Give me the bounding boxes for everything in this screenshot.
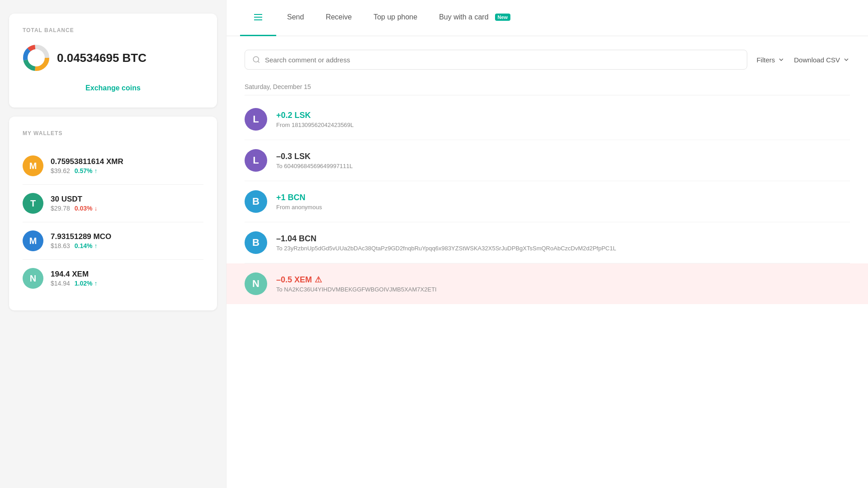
left-panel: TOTAL BALANCE 0.04534695 BTC Exchange co… xyxy=(0,0,226,488)
chevron-down-icon xyxy=(843,56,850,63)
wallet-usd-row: $39.62 0.57% ↑ xyxy=(51,167,203,174)
buy-badge: New xyxy=(495,14,511,21)
search-icon xyxy=(252,56,260,64)
tx-info: +0.2 LSK From 181309562042423569L xyxy=(276,111,850,128)
date-separator: Saturday, December 15 xyxy=(245,83,850,95)
wallet-usd: $29.78 xyxy=(51,205,70,212)
wallet-usd: $39.62 xyxy=(51,167,70,174)
wallet-item[interactable]: M 0.75953811614 XMR $39.62 0.57% ↑ xyxy=(23,147,203,185)
tx-coin-icon: L xyxy=(245,108,267,131)
tx-coin-icon: B xyxy=(245,231,267,254)
wallet-amount: 30 USDT xyxy=(51,195,203,204)
tabs-bar: Send Receive Top up phone Buy with a car… xyxy=(226,0,868,36)
search-input[interactable] xyxy=(265,56,740,64)
wallet-info: 30 USDT $29.78 0.03% ↓ xyxy=(51,195,203,212)
wallet-icon: M xyxy=(23,155,43,176)
wallet-info: 0.75953811614 XMR $39.62 0.57% ↑ xyxy=(51,157,203,174)
filters-button[interactable]: Filters xyxy=(756,56,785,64)
right-panel: Send Receive Top up phone Buy with a car… xyxy=(226,0,868,488)
transaction-item[interactable]: B +1 BCN From anonymous xyxy=(245,181,850,222)
wallet-icon: M xyxy=(23,230,43,251)
transaction-list: L +0.2 LSK From 181309562042423569L L –0… xyxy=(245,99,850,304)
tx-address: From anonymous xyxy=(276,204,850,211)
exchange-coins-button[interactable]: Exchange coins xyxy=(23,82,203,94)
tx-address: To 23yRzbnUp5dGd5vUUa2bDAc38QtaPz9GD2fnq… xyxy=(276,245,850,252)
wallet-icon: T xyxy=(23,193,43,214)
wallet-usd: $18.63 xyxy=(51,242,70,249)
tx-coin-icon: N xyxy=(245,272,267,295)
balance-row: 0.04534695 BTC xyxy=(23,44,203,71)
wallet-usd: $14.94 xyxy=(51,280,70,287)
wallet-usd-row: $29.78 0.03% ↓ xyxy=(51,205,203,212)
tx-info: +1 BCN From anonymous xyxy=(276,193,850,211)
balance-amount: 0.04534695 BTC xyxy=(57,51,146,65)
tab-history[interactable] xyxy=(240,0,276,36)
total-balance-title: TOTAL BALANCE xyxy=(23,27,203,33)
chevron-down-icon xyxy=(778,56,785,63)
svg-line-9 xyxy=(258,61,259,62)
download-csv-button[interactable]: Download CSV xyxy=(794,56,850,64)
wallet-change: 0.14% ↑ xyxy=(75,242,98,249)
my-wallets-title: MY WALLETS xyxy=(23,130,203,136)
svg-point-8 xyxy=(253,56,259,62)
tab-receive[interactable]: Receive xyxy=(315,0,363,36)
wallet-item[interactable]: M 7.93151289 MCO $18.63 0.14% ↑ xyxy=(23,222,203,260)
wallet-amount: 0.75953811614 XMR xyxy=(51,157,203,166)
transaction-item[interactable]: N –0.5 XEM⚠ To NA2KC36U4YIHDVMBEKGGFWBGO… xyxy=(226,263,868,304)
wallet-change: 1.02% ↑ xyxy=(75,280,98,287)
search-box xyxy=(245,50,747,70)
wallet-change: 0.03% ↓ xyxy=(75,205,98,212)
tx-coin-icon: B xyxy=(245,190,267,213)
transaction-item[interactable]: L –0.3 LSK To 60409684569649997111L xyxy=(245,140,850,181)
wallet-usd-row: $18.63 0.14% ↑ xyxy=(51,242,203,249)
transaction-item[interactable]: L +0.2 LSK From 181309562042423569L xyxy=(245,99,850,140)
tx-amount: –0.5 XEM⚠ xyxy=(276,275,850,285)
tx-coin-icon: L xyxy=(245,149,267,172)
wallet-icon: N xyxy=(23,268,43,289)
my-wallets-card: MY WALLETS M 0.75953811614 XMR $39.62 0.… xyxy=(9,117,217,310)
wallet-usd-row: $14.94 1.02% ↑ xyxy=(51,280,203,287)
tx-amount: +1 BCN xyxy=(276,193,850,202)
wallet-item[interactable]: T 30 USDT $29.78 0.03% ↓ xyxy=(23,185,203,222)
tab-buy[interactable]: Buy with a card New xyxy=(428,0,521,36)
tx-info: –1.04 BCN To 23yRzbnUp5dGd5vUUa2bDAc38Qt… xyxy=(276,234,850,252)
tab-topup[interactable]: Top up phone xyxy=(363,0,428,36)
tx-info: –0.3 LSK To 60409684569649997111L xyxy=(276,152,850,169)
search-row: Filters Download CSV xyxy=(245,50,850,70)
list-icon xyxy=(251,10,265,24)
wallet-list: M 0.75953811614 XMR $39.62 0.57% ↑ T 30 … xyxy=(23,147,203,297)
wallet-info: 7.93151289 MCO $18.63 0.14% ↑ xyxy=(51,232,203,249)
wallet-amount: 194.4 XEM xyxy=(51,270,203,279)
tx-address: To NA2KC36U4YIHDVMBEKGGFWBGOIVJMB5XAM7X2… xyxy=(276,286,850,293)
wallet-item[interactable]: N 194.4 XEM $14.94 1.02% ↑ xyxy=(23,260,203,297)
wallet-info: 194.4 XEM $14.94 1.02% ↑ xyxy=(51,270,203,287)
balance-donut-chart xyxy=(23,44,50,71)
tab-send[interactable]: Send xyxy=(276,0,315,36)
tx-amount: –0.3 LSK xyxy=(276,152,850,161)
tx-info: –0.5 XEM⚠ To NA2KC36U4YIHDVMBEKGGFWBGOIV… xyxy=(276,275,850,293)
warning-icon: ⚠ xyxy=(315,275,322,284)
tx-amount: –1.04 BCN xyxy=(276,234,850,244)
tx-address: From 181309562042423569L xyxy=(276,122,850,128)
total-balance-card: TOTAL BALANCE 0.04534695 BTC Exchange co… xyxy=(9,14,217,108)
transaction-item[interactable]: B –1.04 BCN To 23yRzbnUp5dGd5vUUa2bDAc38… xyxy=(245,222,850,263)
tx-amount: +0.2 LSK xyxy=(276,111,850,120)
tx-address: To 60409684569649997111L xyxy=(276,163,850,169)
main-content: Filters Download CSV Saturday, December … xyxy=(226,36,868,488)
wallet-amount: 7.93151289 MCO xyxy=(51,232,203,241)
wallet-change: 0.57% ↑ xyxy=(75,167,98,174)
